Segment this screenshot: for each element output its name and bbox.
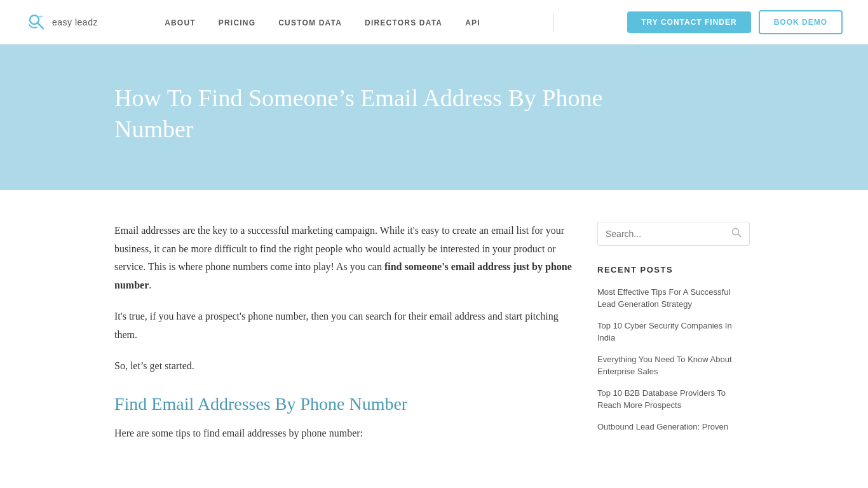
article-para-4: Here are some tips to find email address… — [114, 424, 572, 443]
search-icon — [731, 227, 742, 240]
search-input[interactable] — [606, 229, 731, 239]
try-contact-finder-button[interactable]: TRY CONTACT FINDER — [627, 11, 750, 33]
recent-posts-list: Most Effective Tips For A Successful Lea… — [597, 286, 750, 433]
article-content: Email addresses are the key to a success… — [114, 222, 572, 456]
logo[interactable]: easy leadz — [25, 13, 98, 31]
list-item[interactable]: Top 10 B2B Database Providers To Reach M… — [597, 387, 750, 412]
article-para-3: So, let’s get started. — [114, 357, 572, 376]
nav-item-custom-data[interactable]: CUSTOM DATA — [278, 17, 342, 28]
nav-actions: TRY CONTACT FINDER BOOK DEMO — [627, 10, 843, 34]
main-wrapper: Email addresses are the key to a success… — [0, 190, 868, 487]
nav-divider — [553, 13, 554, 32]
article-para-2: It's true, if you have a prospect's phon… — [114, 308, 572, 344]
recent-posts-heading: RECENT POSTS — [597, 265, 750, 274]
list-item[interactable]: Outbound Lead Generation: Proven — [597, 421, 750, 433]
list-item[interactable]: Most Effective Tips For A Successful Lea… — [597, 286, 750, 311]
nav-item-directors-data[interactable]: DIRECTORS DATA — [365, 17, 442, 28]
book-demo-button[interactable]: BOOK DEMO — [759, 10, 843, 34]
nav-links: ABOUT PRICING CUSTOM DATA DIRECTORS DATA… — [165, 17, 480, 28]
article-subheading: Find Email Addresses By Phone Number — [114, 394, 572, 414]
hero-title: How To Find Someone’s Email Address By P… — [114, 83, 623, 146]
logo-text: easy leadz — [52, 17, 98, 27]
navbar: easy leadz ABOUT PRICING CUSTOM DATA DIR… — [0, 0, 868, 44]
sidebar: RECENT POSTS Most Effective Tips For A S… — [597, 222, 750, 456]
nav-item-api[interactable]: API — [465, 17, 480, 28]
search-box[interactable] — [597, 222, 750, 246]
logo-icon — [25, 13, 48, 31]
list-item[interactable]: Everything You Need To Know About Enterp… — [597, 353, 750, 378]
hero-section: How To Find Someone’s Email Address By P… — [0, 44, 868, 190]
nav-item-pricing[interactable]: PRICING — [219, 17, 255, 28]
nav-item-about[interactable]: ABOUT — [165, 17, 196, 28]
article-para-1: Email addresses are the key to a success… — [114, 222, 572, 295]
svg-line-3 — [738, 234, 741, 236]
list-item[interactable]: Top 10 Cyber Security Companies In India — [597, 320, 750, 344]
svg-line-1 — [37, 23, 43, 29]
